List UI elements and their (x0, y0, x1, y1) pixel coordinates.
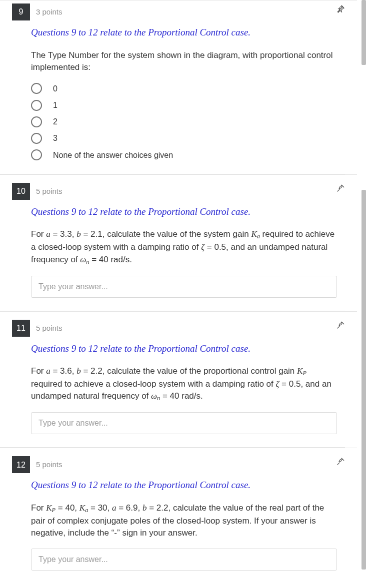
section-note: Questions 9 to 12 relate to the Proporti… (31, 25, 337, 39)
scrollbar-track[interactable] (362, 0, 366, 584)
question-points: 5 points (36, 323, 62, 334)
scrollbar-thumb[interactable] (362, 190, 366, 570)
text: rad/s. (108, 255, 132, 264)
math-var-ka: K (80, 503, 85, 513)
answer-input[interactable] (31, 549, 337, 571)
radio-option-none[interactable]: None of the answer choices given (31, 149, 337, 161)
text: = 2.1, calculate the value of the system… (81, 229, 252, 239)
question-prompt: For a = 3.3, b = 2.1, calculate the valu… (31, 228, 337, 266)
text: = 3.6, (50, 366, 76, 376)
math-var-ka: K (251, 229, 256, 239)
radio-label: 0 (53, 83, 58, 94)
math-var-b: b (76, 366, 81, 376)
answer-input[interactable] (31, 412, 337, 434)
question-number-badge: 11 (12, 320, 30, 337)
question-prompt: For KP = 40, Ka = 30, a = 6.9, b = 2.2, … (31, 502, 337, 540)
text: required to achieve a closed-loop system… (31, 379, 276, 389)
text: = 3.3, (50, 229, 76, 239)
question-number-badge: 10 (12, 183, 30, 200)
math-var-a: a (112, 503, 116, 513)
question-10: 10 5 points Questions 9 to 12 relate to … (0, 174, 357, 311)
pin-icon[interactable] (335, 320, 346, 331)
text: = 40 (160, 391, 179, 401)
question-9: 9 3 points Questions 9 to 12 relate to t… (0, 0, 357, 174)
radio-option-1[interactable]: 1 (31, 99, 337, 111)
question-header: 12 5 points (0, 453, 357, 473)
text: = 0.5 (204, 242, 226, 252)
text: For (31, 503, 46, 513)
radio-option-0[interactable]: 0 (31, 83, 337, 94)
math-var-a: a (46, 229, 50, 239)
radio-option-2[interactable]: 2 (31, 116, 337, 127)
text: = 30, (88, 503, 112, 513)
scrollbar-thumb[interactable] (362, 0, 366, 65)
text: For (31, 229, 46, 239)
pin-icon[interactable] (335, 456, 346, 467)
text: = 2.2, calculate the value of the propor… (81, 366, 297, 376)
radio-option-3[interactable]: 3 (31, 132, 337, 144)
question-prompt: The Type Number for the system shown in … (31, 49, 337, 74)
text: = 40, (56, 503, 80, 513)
math-sub: P (52, 507, 56, 514)
pin-icon[interactable] (335, 3, 346, 14)
question-body: Questions 9 to 12 relate to the Proporti… (0, 337, 357, 448)
question-header: 10 5 points (0, 180, 357, 200)
math-var-omega: ω (80, 255, 86, 264)
question-body: Questions 9 to 12 relate to the Proporti… (0, 20, 357, 174)
section-note: Questions 9 to 12 relate to the Proporti… (31, 205, 337, 219)
math-var-a: a (46, 366, 50, 376)
pin-icon[interactable] (335, 183, 346, 194)
math-var-b: b (76, 229, 81, 239)
radio-circle-icon (31, 100, 42, 111)
question-header: 11 5 points (0, 317, 357, 337)
question-11: 11 5 points Questions 9 to 12 relate to … (0, 311, 357, 448)
question-points: 5 points (36, 459, 62, 470)
question-body: Questions 9 to 12 relate to the Proporti… (0, 200, 357, 311)
radio-label: 2 (53, 116, 58, 127)
math-var-kp: K (297, 366, 302, 376)
radio-circle-icon (31, 83, 42, 94)
question-body: Questions 9 to 12 relate to the Proporti… (0, 473, 357, 584)
question-points: 3 points (36, 6, 62, 17)
radio-circle-icon (31, 149, 42, 160)
text: = 6.9, (116, 503, 142, 513)
radio-label: 3 (53, 132, 58, 144)
text: = 0.5 (279, 379, 300, 389)
math-sub: P (302, 370, 306, 377)
radio-circle-icon (31, 116, 42, 127)
question-prompt: For a = 3.6, b = 2.2, calculate the valu… (31, 365, 337, 403)
math-var-kp: K (46, 503, 52, 513)
question-number-badge: 12 (12, 456, 30, 473)
question-header: 9 3 points (0, 0, 357, 20)
text: For (31, 366, 46, 376)
answer-input[interactable] (31, 276, 337, 298)
math-var-omega: ω (151, 391, 157, 401)
question-number-badge: 9 (12, 3, 30, 20)
quiz-content: 9 3 points Questions 9 to 12 relate to t… (0, 0, 366, 584)
section-note: Questions 9 to 12 relate to the Proporti… (31, 342, 337, 356)
question-points: 5 points (36, 186, 62, 197)
question-12: 12 5 points Questions 9 to 12 relate to … (0, 448, 357, 584)
radio-option-list: 0 1 2 3 None of the answer choices given (31, 83, 337, 161)
text: rad/s. (180, 391, 203, 401)
radio-label: 1 (53, 99, 58, 111)
section-note: Questions 9 to 12 relate to the Proporti… (31, 478, 337, 492)
radio-circle-icon (31, 133, 42, 144)
text: = 40 (89, 255, 108, 264)
radio-label: None of the answer choices given (53, 149, 173, 161)
